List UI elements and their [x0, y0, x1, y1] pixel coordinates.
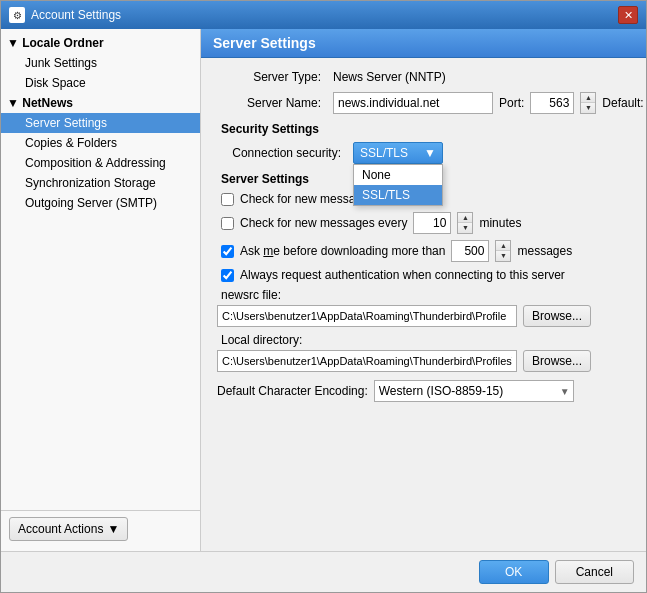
check-every-spinner: ▲ ▼: [457, 212, 473, 234]
server-name-label: Server Name:: [217, 96, 327, 110]
title-bar: ⚙ Account Settings ✕: [1, 1, 646, 29]
sidebar-item-composition-addressing[interactable]: Composition & Addressing: [1, 153, 200, 173]
check-every-spin-up[interactable]: ▲: [458, 213, 472, 223]
local-dir-browse-button[interactable]: Browse...: [523, 350, 591, 372]
port-label: Port:: [499, 96, 524, 110]
server-type-value: News Server (NNTP): [333, 70, 446, 84]
port-spin-down[interactable]: ▼: [581, 103, 595, 113]
check-every-unit: minutes: [479, 216, 521, 230]
dropdown-menu: None SSL/TLS: [353, 164, 443, 206]
sidebar-item-copies-folders[interactable]: Copies & Folders: [1, 133, 200, 153]
account-actions-bar: Account Actions ▼: [1, 510, 200, 547]
ask-before-row: Ask me before downloading more than ▲ ▼ …: [217, 240, 630, 262]
ask-before-spinner: ▲ ▼: [495, 240, 511, 262]
content-area: ▼ Locale Ordner Junk Settings Disk Space…: [1, 29, 646, 551]
close-button[interactable]: ✕: [618, 6, 638, 24]
section-header: Server Settings: [201, 29, 646, 58]
encoding-row: Default Character Encoding: Western (ISO…: [217, 380, 630, 402]
dropdown-option-none[interactable]: None: [354, 165, 442, 185]
dropdown-trigger[interactable]: SSL/TLS ▼: [353, 142, 443, 164]
sidebar-item-netnews[interactable]: ▼ NetNews: [1, 93, 200, 113]
port-input[interactable]: [530, 92, 574, 114]
always-auth-label: Always request authentication when conne…: [240, 268, 565, 282]
cancel-button[interactable]: Cancel: [555, 560, 634, 584]
ask-before-spin-down[interactable]: ▼: [496, 251, 510, 261]
port-spinner: ▲ ▼: [580, 92, 596, 114]
server-type-row: Server Type: News Server (NNTP): [217, 70, 630, 84]
newsrc-path-input[interactable]: [217, 305, 517, 327]
window-icon: ⚙: [9, 7, 25, 23]
server-type-label: Server Type:: [217, 70, 327, 84]
account-actions-button[interactable]: Account Actions ▼: [9, 517, 128, 541]
account-actions-arrow-icon: ▼: [107, 522, 119, 536]
check-startup-checkbox[interactable]: [221, 193, 234, 206]
sidebar-item-junk-settings[interactable]: Junk Settings: [1, 53, 200, 73]
check-every-label: Check for new messages every: [240, 216, 407, 230]
left-panel: ▼ Locale Ordner Junk Settings Disk Space…: [1, 29, 201, 551]
dropdown-option-ssltls[interactable]: SSL/TLS: [354, 185, 442, 205]
server-name-row: Server Name: Port: ▲ ▼ Default: 563: [217, 92, 630, 114]
ask-before-input[interactable]: [451, 240, 489, 262]
connection-security-row: Connection security: SSL/TLS ▼ None SSL/…: [217, 142, 630, 164]
ask-before-checkbox[interactable]: [221, 245, 234, 258]
dropdown-selected-value: SSL/TLS: [360, 146, 408, 160]
sidebar-item-locale-ordner[interactable]: ▼ Locale Ordner: [1, 33, 200, 53]
ask-before-unit: messages: [517, 244, 572, 258]
connection-security-label: Connection security:: [217, 146, 347, 160]
dropdown-arrow-icon: ▼: [424, 146, 436, 160]
ask-before-spin-up[interactable]: ▲: [496, 241, 510, 251]
sidebar-item-outgoing-server[interactable]: Outgoing Server (SMTP): [1, 193, 200, 213]
port-spin-up[interactable]: ▲: [581, 93, 595, 103]
newsrc-file-row: Browse...: [217, 305, 630, 327]
ok-button[interactable]: OK: [479, 560, 549, 584]
server-name-input[interactable]: [333, 92, 493, 114]
local-dir-path-input[interactable]: [217, 350, 517, 372]
encoding-label: Default Character Encoding:: [217, 384, 368, 398]
security-section-title: Security Settings: [217, 122, 630, 136]
local-dir-row: Browse...: [217, 350, 630, 372]
newsrc-label: newsrc file:: [217, 288, 630, 302]
always-auth-checkbox[interactable]: [221, 269, 234, 282]
encoding-select[interactable]: Western (ISO-8859-15): [374, 380, 574, 402]
right-panel: Server Settings Server Type: News Server…: [201, 29, 646, 551]
check-every-input[interactable]: [413, 212, 451, 234]
local-dir-label: Local directory:: [217, 333, 630, 347]
account-settings-window: ⚙ Account Settings ✕ ▼ Locale Ordner Jun…: [0, 0, 647, 593]
check-every-row: Check for new messages every ▲ ▼ minutes: [217, 212, 630, 234]
window-title: Account Settings: [31, 8, 121, 22]
bottom-bar: OK Cancel: [1, 551, 646, 592]
account-actions-label: Account Actions: [18, 522, 103, 536]
check-every-checkbox[interactable]: [221, 217, 234, 230]
default-label: Default:: [602, 96, 643, 110]
encoding-select-container[interactable]: Western (ISO-8859-15) ▼: [374, 380, 574, 402]
always-auth-row: Always request authentication when conne…: [217, 268, 630, 282]
sidebar-item-server-settings[interactable]: Server Settings: [1, 113, 200, 133]
sidebar-item-disk-space[interactable]: Disk Space: [1, 73, 200, 93]
ask-before-label: Ask me before downloading more than: [240, 244, 445, 258]
sidebar-item-synchronization-storage[interactable]: Synchronization Storage: [1, 173, 200, 193]
section-title: Server Settings: [213, 35, 316, 51]
newsrc-browse-button[interactable]: Browse...: [523, 305, 591, 327]
connection-security-dropdown[interactable]: SSL/TLS ▼ None SSL/TLS: [353, 142, 443, 164]
check-every-spin-down[interactable]: ▼: [458, 223, 472, 233]
